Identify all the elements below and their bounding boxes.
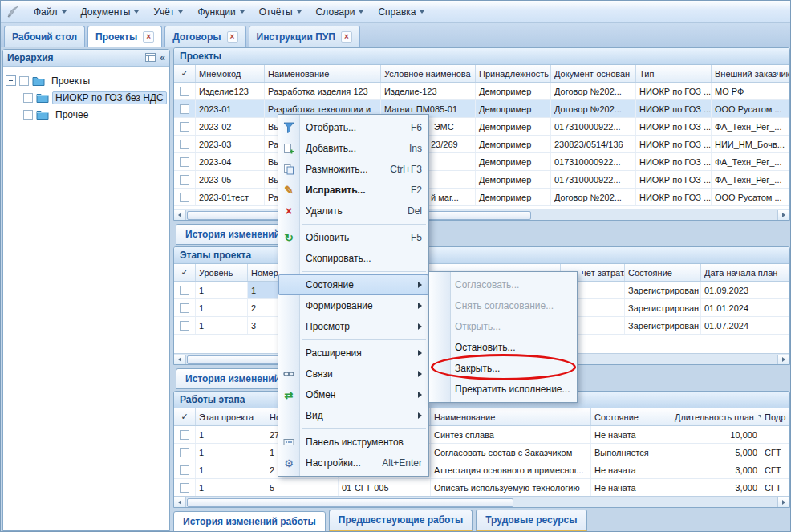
table-row-selected[interactable]: 2023-01 Разработка технологии и Магнит П… [174, 100, 789, 118]
menu-item-links[interactable]: Связи [278, 363, 428, 384]
column-header[interactable]: Подр [761, 408, 789, 425]
column-header[interactable]: Состояние [625, 264, 701, 281]
tree-checkbox[interactable] [23, 110, 33, 120]
tree-item-other[interactable]: Прочее [6, 106, 167, 123]
submenu-item-stop[interactable]: Остановить... [429, 337, 577, 358]
row-checkbox[interactable] [180, 430, 189, 440]
column-header[interactable]: Мнемокод [196, 65, 265, 82]
table-row[interactable]: 2023-03 Разр 23/269 Демопример 230823/05… [174, 136, 789, 153]
horizontal-scrollbar[interactable] [174, 209, 789, 220]
menu-item-extensions[interactable]: Расширения [278, 343, 428, 363]
table-row[interactable]: 1 1 Согласовать состав с Заказчиком Выпо… [174, 444, 789, 461]
menu-accounting[interactable]: Учёт [146, 4, 190, 20]
tree-checkbox[interactable] [23, 93, 33, 103]
horizontal-scrollbar[interactable] [174, 496, 789, 507]
scroll-left-icon[interactable] [174, 355, 186, 364]
tab-projects[interactable]: Проекты× [87, 26, 162, 47]
menu-item-settings[interactable]: ⚙ Настройки... Alt+Enter [278, 453, 428, 473]
menu-reports[interactable]: Отчёты [252, 4, 309, 20]
tab-desktop[interactable]: Рабочий стол [4, 26, 85, 47]
table-row[interactable]: 2023-04 Вып Демопример 017310000922... Н… [174, 153, 789, 171]
row-checkbox[interactable] [180, 122, 189, 132]
scroll-right-icon[interactable] [777, 355, 789, 364]
menu-item-formation[interactable]: Формирование [278, 295, 428, 316]
check-column-header[interactable]: ✓ [174, 65, 196, 82]
folder-icon [32, 75, 45, 86]
menu-help[interactable]: Справка [371, 4, 432, 20]
column-header[interactable]: Тип [636, 65, 712, 82]
menu-functions[interactable]: Функции [190, 4, 251, 20]
column-header[interactable]: Дата начала план [701, 264, 789, 281]
close-icon[interactable]: × [143, 31, 154, 43]
row-checkbox[interactable] [180, 303, 189, 313]
check-column-header[interactable]: ✓ [174, 264, 196, 281]
scroll-left-icon[interactable] [174, 210, 186, 220]
row-checkbox[interactable] [180, 104, 189, 114]
menu-item-view[interactable]: Вид [278, 405, 428, 426]
menu-dictionaries[interactable]: Словари [309, 4, 371, 20]
tab-work-history[interactable]: История изменений работы [173, 511, 326, 532]
tab-predecessor-works[interactable]: Предшествующие работы [329, 510, 473, 532]
menu-item-refresh[interactable]: ↻ Обновить F5 [278, 227, 428, 248]
tree-item-projects[interactable]: Проекты [6, 72, 167, 89]
row-checkbox[interactable] [180, 140, 189, 149]
scroll-right-icon[interactable] [777, 497, 789, 507]
tree-item-niokr[interactable]: НИОКР по ГОЗ без НДС [6, 89, 167, 106]
close-icon[interactable]: × [227, 31, 238, 43]
column-header[interactable]: Условное наименова [381, 65, 476, 82]
toolbar-icon [282, 437, 296, 448]
row-checkbox[interactable] [180, 448, 189, 457]
collapse-node-icon[interactable] [6, 75, 16, 86]
row-checkbox[interactable] [180, 321, 189, 331]
menu-item-delete[interactable]: × Удалить Del [278, 201, 428, 221]
row-checkbox[interactable] [180, 465, 189, 475]
row-checkbox[interactable] [180, 87, 189, 96]
tree-checkbox[interactable] [19, 76, 29, 86]
table-row[interactable]: 2023-02 Вып -ЭМС Демопример 017310000922… [174, 118, 789, 136]
collapse-panel-icon[interactable]: « [160, 52, 165, 63]
close-icon[interactable]: × [341, 31, 352, 43]
scroll-right-icon[interactable] [777, 210, 789, 220]
table-row[interactable]: 1 27 Синтез сплава Не начата 10,000 [174, 426, 789, 444]
row-checkbox[interactable] [180, 175, 189, 185]
submenu-arrow-icon [418, 323, 422, 330]
submenu-item-close[interactable]: Закрыть... [429, 358, 577, 379]
column-header-sorted[interactable]: Длительность план [671, 408, 761, 425]
table-row[interactable]: 1 5 01-СГТ-005 Описать используемую техн… [174, 479, 789, 497]
menu-item-state[interactable]: Состояние [278, 274, 428, 295]
column-header[interactable]: Наименование [265, 65, 381, 82]
find-panel-icon[interactable] [145, 53, 156, 63]
row-checkbox[interactable] [180, 193, 189, 202]
row-checkbox[interactable] [180, 157, 189, 167]
menu-item-copy[interactable]: Скопировать... [278, 248, 428, 269]
menu-item-exchange[interactable]: ⇄ Обмен [278, 384, 428, 405]
column-header[interactable]: Внешний заказчик [712, 65, 789, 82]
check-column-header[interactable]: ✓ [174, 408, 196, 425]
menu-item-add[interactable]: Добавить... Ins [278, 138, 428, 159]
table-row[interactable]: Изделие123 Разработка изделия 123 Издели… [174, 83, 789, 100]
menu-documents[interactable]: Документы [74, 4, 147, 20]
menu-item-toolbar[interactable]: Панель инструментов [278, 432, 428, 453]
row-checkbox[interactable] [180, 483, 189, 493]
row-checkbox[interactable] [180, 286, 189, 295]
menu-item-filter[interactable]: Отобрать... F6 [278, 117, 428, 138]
column-header[interactable]: Принадлежность [476, 65, 551, 82]
scroll-left-icon[interactable] [174, 497, 186, 507]
menu-item-edit[interactable]: ✎ Исправить... F2 [278, 180, 428, 201]
tab-contracts[interactable]: Договоры× [164, 26, 245, 47]
column-header[interactable]: Документ-основан [551, 65, 636, 82]
column-header[interactable]: Наименование [431, 408, 591, 425]
tab-instructions[interactable]: Инструкции ПУП× [249, 26, 360, 47]
submenu-item-terminate[interactable]: Прекратить исполнение... [429, 379, 577, 400]
menu-file[interactable]: Файл [26, 4, 74, 20]
tab-labor-resources[interactable]: Трудовые ресурсы [476, 510, 586, 532]
column-header[interactable]: Этап проекта [196, 408, 266, 425]
column-header[interactable]: Уровень [196, 264, 248, 281]
menu-item-view-mode[interactable]: Просмотр [278, 316, 428, 337]
table-row[interactable]: 2023-05 Вып Демопример 017310000922... Н… [174, 171, 789, 189]
table-row[interactable]: 2023-01тест Разр й маг... Демопример Дог… [174, 189, 789, 206]
column-header[interactable]: Состояние [591, 408, 671, 425]
table-row[interactable]: 1 2 Аттестация основного и примесног... … [174, 461, 789, 479]
scrollbar-thumb[interactable] [187, 498, 513, 507]
menu-item-duplicate[interactable]: Размножить... Ctrl+F3 [278, 159, 428, 180]
